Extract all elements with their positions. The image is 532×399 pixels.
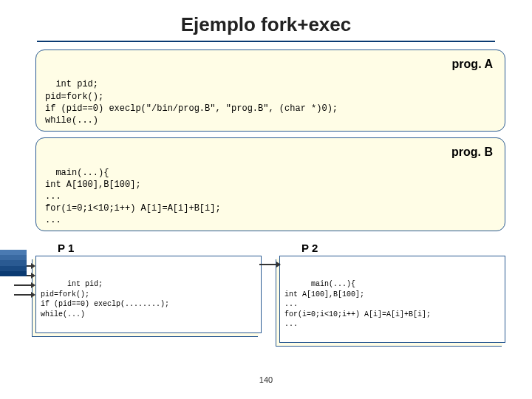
col-p2: P 2 main(...){ int A[100],B[100]; ... fo… (279, 237, 505, 343)
slide-title: Ejemplo fork+exec (0, 0, 532, 41)
arrow-icon (14, 290, 35, 299)
code-prog-a: int pid; pid=fork(); if (pid==0) execlp(… (45, 79, 338, 126)
arrow-stack-p2 (259, 259, 281, 269)
code-p1: int pid; pid=fork(); if (pid==0) execlp(… (41, 280, 169, 318)
page-number: 140 (0, 375, 532, 384)
col-p1: P 1 int pid; pid=fork(); if (pid==0) exe… (35, 237, 262, 343)
p1-title: P 1 (58, 242, 262, 254)
arrow-icon (14, 280, 35, 290)
code-box-prog-a: prog. A int pid; pid=fork(); if (pid==0)… (35, 50, 505, 132)
code-prog-b: main(...){ int A[100],B[100]; ... for(i=… (45, 168, 221, 226)
slide-accent-block (0, 250, 27, 276)
arrow-icon (259, 259, 281, 269)
code-box-prog-b: prog. B main(...){ int A[100],B[100]; ..… (35, 137, 505, 231)
process-row: P 1 int pid; pid=fork(); if (pid==0) exe… (35, 237, 505, 343)
label-prog-a: prog. A (452, 56, 493, 72)
p2-title: P 2 (301, 242, 505, 254)
box-p2: main(...){ int A[100],B[100]; ... for(i=… (279, 256, 505, 343)
box-p1: int pid; pid=fork(); if (pid==0) execlp(… (35, 256, 262, 333)
code-p2: main(...){ int A[100],B[100]; ... for(i=… (284, 280, 431, 328)
label-prog-b: prog. B (451, 144, 493, 160)
title-rule (37, 41, 495, 42)
